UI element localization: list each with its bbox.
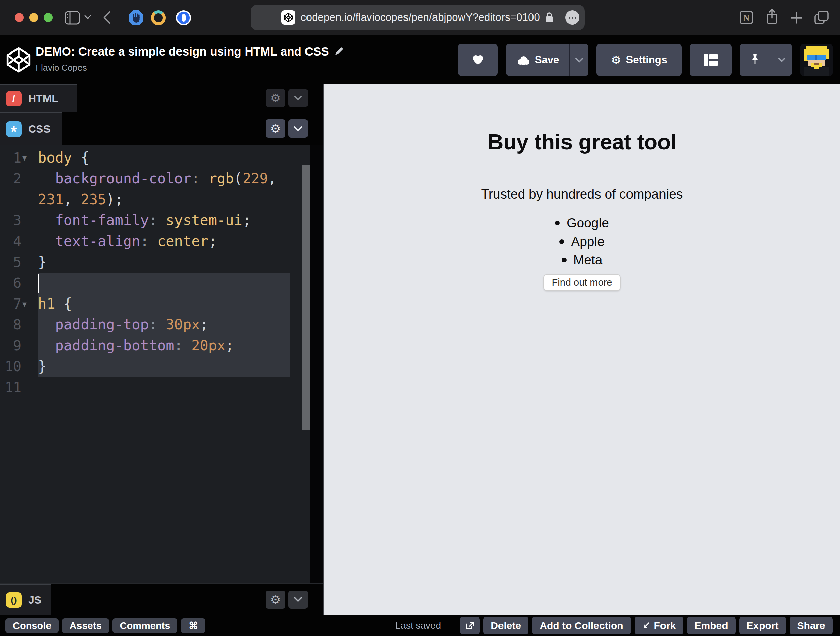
save-options-button[interactable] xyxy=(569,44,588,76)
export-button[interactable]: Export xyxy=(739,617,786,634)
js-collapse-button[interactable] xyxy=(288,590,308,609)
ring-extension-icon[interactable] xyxy=(151,10,166,25)
code-token: 231 xyxy=(38,191,64,208)
onepassword-extension-icon[interactable] xyxy=(176,10,191,25)
code-token xyxy=(157,316,166,333)
code-token xyxy=(72,150,81,166)
window-close-button[interactable] xyxy=(15,13,24,22)
html-settings-button[interactable]: ⚙ xyxy=(266,89,285,107)
avatar[interactable] xyxy=(800,44,832,76)
code-token: 229 xyxy=(243,170,268,187)
keyboard-shortcuts-button[interactable]: ⌘ xyxy=(181,618,205,633)
codepen-favicon xyxy=(281,10,295,25)
new-tab-icon[interactable] xyxy=(790,11,803,24)
code-line[interactable]: 1▾body { xyxy=(0,147,310,168)
line-number: 1 xyxy=(0,147,21,168)
pen-author[interactable]: Flavio Copes xyxy=(36,63,344,73)
js-tab-label: JS xyxy=(28,594,41,606)
company-list-item: Meta xyxy=(324,251,840,269)
edit-title-icon[interactable] xyxy=(334,46,344,57)
onepassword-keyhole xyxy=(182,14,186,22)
js-editor-header: () JS ⚙ xyxy=(0,583,323,615)
html-collapse-button[interactable] xyxy=(288,89,308,107)
fold-arrow-icon[interactable]: ▾ xyxy=(22,293,27,314)
company-name: Meta xyxy=(573,253,603,268)
text-cursor xyxy=(38,274,39,293)
code-line[interactable]: 2 background-color: rgb(229, xyxy=(0,168,310,189)
page-more-button[interactable] xyxy=(565,10,579,25)
open-live-view-button[interactable] xyxy=(460,617,480,634)
code-line[interactable]: 5} xyxy=(0,252,310,272)
pin-split-button xyxy=(740,44,792,76)
code-line[interactable]: 3 font-family: system-ui; xyxy=(0,210,310,231)
css-editor-header: * CSS ⚙ xyxy=(0,112,323,145)
add-to-collection-button[interactable]: Add to Collection xyxy=(532,617,630,634)
console-button[interactable]: Console xyxy=(5,618,58,633)
code-line[interactable]: 6 xyxy=(0,272,310,293)
notion-extension-icon[interactable]: N xyxy=(739,10,754,25)
save-status: Last saved xyxy=(395,620,441,631)
css-tab-label: CSS xyxy=(28,123,51,135)
code-token: h1 xyxy=(38,296,55,312)
code-line[interactable]: 8 padding-top: 30px; xyxy=(0,314,310,335)
css-icon: * xyxy=(6,121,22,137)
code-line[interactable]: 4 text-align: center; xyxy=(0,231,310,252)
codepen-logo[interactable] xyxy=(6,46,31,74)
code-token: background-color xyxy=(55,170,192,187)
tab-css[interactable]: * CSS xyxy=(0,112,62,145)
code-line[interactable]: 11 xyxy=(0,377,310,398)
sidebar-chevron-icon[interactable] xyxy=(84,15,91,19)
change-view-button[interactable] xyxy=(690,44,731,76)
comments-button[interactable]: Comments xyxy=(112,618,178,633)
share-icon[interactable] xyxy=(765,8,779,26)
delete-button[interactable]: Delete xyxy=(483,617,529,634)
code-token xyxy=(200,170,208,187)
code-token: } xyxy=(38,358,46,375)
line-number: 8 xyxy=(0,314,21,335)
tab-html[interactable]: / HTML xyxy=(0,84,77,112)
code-token xyxy=(38,170,55,187)
pin-options-button[interactable] xyxy=(771,44,792,76)
embed-button[interactable]: Embed xyxy=(687,617,736,634)
css-code-rows: 1▾body {2 background-color: rgb(229,231,… xyxy=(0,145,310,398)
sidebar-icon[interactable] xyxy=(65,11,80,25)
fork-button[interactable]: Fork xyxy=(635,617,684,634)
css-settings-button[interactable]: ⚙ xyxy=(266,120,285,138)
css-collapse-button[interactable] xyxy=(288,120,308,138)
code-token: ; xyxy=(200,316,208,333)
window-zoom-button[interactable] xyxy=(44,13,52,22)
code-line[interactable]: 10} xyxy=(0,356,310,377)
code-token: 20px xyxy=(191,337,225,354)
code-token: , xyxy=(268,170,276,187)
settings-button[interactable]: ⚙ Settings xyxy=(597,44,682,76)
code-token: , xyxy=(64,191,81,208)
preview-heading: Buy this great tool xyxy=(324,84,840,154)
code-line[interactable]: 7▾h1 { xyxy=(0,293,310,314)
tab-js[interactable]: () JS xyxy=(0,584,51,615)
tabs-overview-icon[interactable] xyxy=(814,10,829,25)
company-list: GoogleAppleMeta xyxy=(324,214,840,269)
editor-scrollbar[interactable] xyxy=(302,165,310,430)
code-token xyxy=(183,337,191,354)
save-button[interactable]: Save xyxy=(506,44,569,76)
hand-blocker-extension-icon[interactable] xyxy=(129,10,144,25)
fold-arrow-icon[interactable]: ▾ xyxy=(22,147,27,168)
code-token: ; xyxy=(243,212,251,228)
pin-button[interactable] xyxy=(740,44,771,76)
share-button[interactable]: Share xyxy=(790,617,832,634)
css-code-editor[interactable]: 1▾body {2 background-color: rgb(229,231,… xyxy=(0,145,310,583)
line-number: 2 xyxy=(0,168,21,189)
line-number: 6 xyxy=(0,272,21,293)
code-line[interactable]: 9 padding-bottom: 20px; xyxy=(0,335,310,356)
back-button-icon[interactable] xyxy=(103,11,111,24)
window-minimize-button[interactable] xyxy=(29,13,38,22)
address-bar[interactable]: codepen.io/flaviocopes/pen/abjpowY?edito… xyxy=(251,5,585,30)
like-button[interactable] xyxy=(458,44,498,76)
bottom-bar: Console Assets Comments ⌘ Last saved Del… xyxy=(0,615,840,636)
assets-button[interactable]: Assets xyxy=(62,618,109,633)
js-settings-button[interactable]: ⚙ xyxy=(266,590,285,609)
bottom-right-group: Last saved Delete Add to Collection Fork… xyxy=(395,617,832,634)
code-line[interactable]: 231, 235); xyxy=(0,189,310,210)
code-token: font-family xyxy=(55,212,149,228)
find-out-more-button[interactable]: Find out more xyxy=(543,274,621,291)
